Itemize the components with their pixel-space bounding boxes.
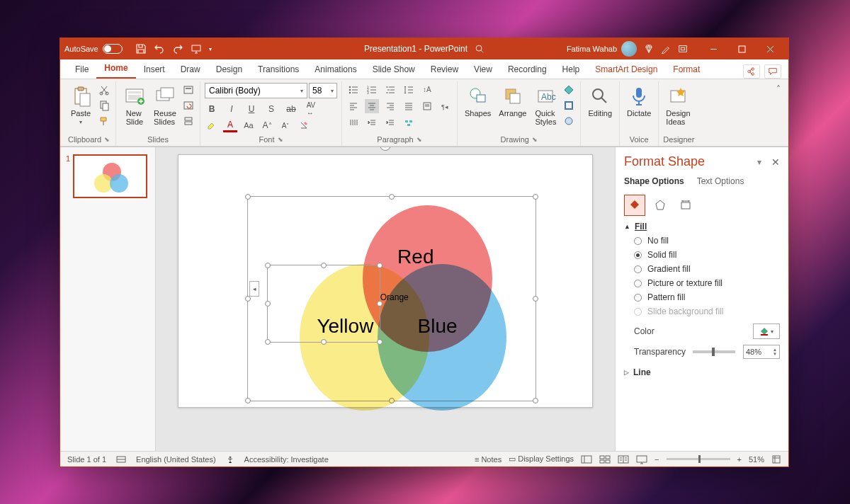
tab-home[interactable]: Home [96,59,135,79]
reading-view-icon[interactable] [618,454,629,464]
comments-button[interactable] [764,64,781,79]
launcher-icon[interactable]: ⬊ [104,136,110,143]
slide-canvas[interactable]: ⟳ Red Yellow Blue Orange [178,154,593,408]
gradient-fill-radio[interactable]: Gradient fill [634,264,780,274]
rotation-handle[interactable]: ⟳ [380,147,391,151]
tab-format[interactable]: Format [665,61,708,79]
normal-view-icon[interactable] [581,454,592,464]
slide-editor[interactable]: ⟳ Red Yellow Blue Orange [156,147,615,451]
save-icon[interactable] [135,43,147,55]
bold-button[interactable]: B [205,102,219,116]
pane-menu-icon[interactable]: ▾ [757,157,761,167]
tab-slideshow[interactable]: Slide Show [365,61,423,79]
accessibility-icon[interactable] [226,455,234,464]
tab-recording[interactable]: Recording [500,61,555,79]
paste-button[interactable]: Paste ▾ [67,83,95,127]
color-picker-button[interactable]: ▾ [753,323,780,339]
maximize-button[interactable] [727,38,756,59]
tab-file[interactable]: File [67,61,96,79]
tab-animations[interactable]: Animations [307,61,364,79]
text-options-tab[interactable]: Text Options [697,176,744,189]
fill-section-header[interactable]: ▲Fill [624,222,780,231]
tab-draw[interactable]: Draw [173,61,208,79]
align-center-button[interactable] [365,99,379,113]
zoom-out-button[interactable]: − [654,455,659,464]
redo-icon[interactable] [172,43,183,55]
quick-styles-button[interactable]: Abc Quick Styles [531,83,560,128]
underline-button[interactable]: U [244,102,259,116]
align-text-button[interactable] [420,99,434,113]
font-color-button[interactable]: A [223,118,237,132]
size-tab-icon[interactable] [675,195,696,216]
tab-transitions[interactable]: Transitions [250,61,307,79]
shape-outline-button[interactable] [562,98,576,113]
inner-selection[interactable] [267,265,380,343]
char-spacing-button[interactable]: AV↔ [304,102,318,116]
text-direction-button[interactable]: ↕A [420,83,434,97]
sorter-view-icon[interactable] [599,454,611,464]
slide-indicator[interactable]: Slide 1 of 1 [67,455,106,464]
arrange-button[interactable]: Arrange [496,83,529,120]
decrease-indent-button[interactable] [365,115,379,130]
zoom-slider[interactable] [667,458,730,460]
pane-close-button[interactable]: ✕ [771,156,780,168]
shape-fill-button[interactable] [562,83,576,97]
shape-options-tab[interactable]: Shape Options [624,176,684,189]
zoom-level[interactable]: 51% [749,455,764,464]
rtl-button[interactable]: ¶◂ [438,99,453,113]
share-button[interactable] [743,64,760,79]
tab-design[interactable]: Design [208,61,250,79]
justify-button[interactable] [402,99,416,113]
launcher-icon[interactable]: ⬊ [278,136,283,143]
shadow-button[interactable]: S [264,102,278,116]
strike-button[interactable]: ab [284,102,298,116]
diamond-icon[interactable] [644,44,654,54]
list-level-button[interactable] [383,83,397,97]
transparency-input[interactable]: 48%▲▼ [743,345,780,359]
qat-more-icon[interactable]: ▾ [209,46,212,52]
dictate-button[interactable]: Dictate [624,83,654,120]
text-pane-toggle[interactable]: ◂ [249,281,259,297]
fit-to-window-button[interactable] [771,454,781,464]
undo-icon[interactable] [154,43,165,55]
display-settings-button[interactable]: ▭ Display Settings [509,454,574,464]
change-case-button[interactable]: Aa [242,118,256,132]
convert-smartart-button[interactable] [402,115,416,130]
transparency-slider[interactable] [693,350,735,353]
launcher-icon[interactable]: ⬊ [416,136,422,143]
format-painter-button[interactable] [97,114,111,128]
shapes-button[interactable]: Shapes [462,83,494,120]
align-right-button[interactable] [383,99,397,113]
line-spacing-button[interactable] [402,83,416,97]
language-status[interactable]: English (United States) [136,455,216,464]
shape-effects-button[interactable] [562,114,576,128]
highlight-button[interactable] [205,118,219,132]
bullets-button[interactable] [346,83,361,97]
notes-button[interactable]: ≡ Notes [475,455,502,464]
pattern-fill-radio[interactable]: Pattern fill [634,292,780,302]
present-icon[interactable] [191,43,202,55]
accessibility-status[interactable]: Accessibility: Investigate [244,455,329,464]
user-account[interactable]: Fatima Wahab [567,41,637,57]
section-button[interactable] [181,114,196,128]
new-slide-button[interactable]: New Slide [120,83,149,128]
effects-tab-icon[interactable] [650,195,671,216]
tab-insert[interactable]: Insert [136,61,173,79]
venn-label-blue[interactable]: Blue [418,315,458,338]
close-button[interactable] [756,38,784,59]
launcher-icon[interactable]: ⬊ [532,136,538,143]
fill-line-tab-icon[interactable] [624,195,645,216]
line-section-header[interactable]: ▷Line [624,367,780,377]
collapse-ribbon-button[interactable]: ˄ [771,81,786,146]
solid-fill-radio[interactable]: Solid fill [634,250,780,260]
increase-indent-button[interactable] [383,115,397,130]
align-left-button[interactable] [346,99,361,113]
slide-thumbnail-1[interactable] [73,154,147,198]
window-mode-icon[interactable] [678,44,688,54]
zoom-in-button[interactable]: + [737,455,742,464]
reset-button[interactable] [181,98,196,113]
no-fill-radio[interactable]: No fill [634,236,780,246]
clear-formatting-button[interactable] [297,118,311,132]
numbering-button[interactable]: 123 [365,83,379,97]
slideshow-view-icon[interactable] [636,454,647,464]
